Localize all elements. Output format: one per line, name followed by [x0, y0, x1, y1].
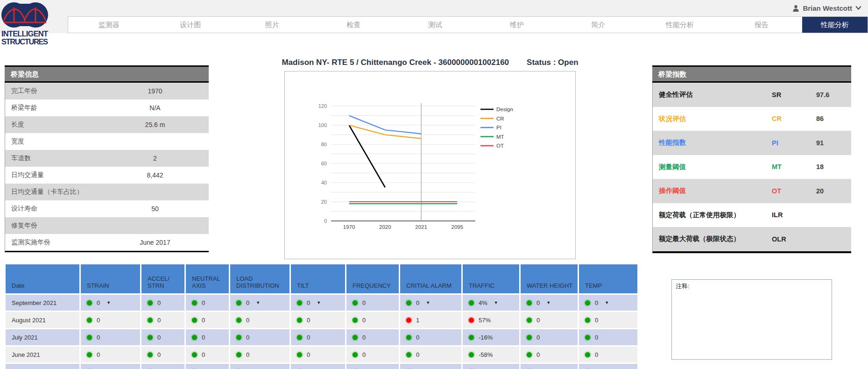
metric-cell: 0 — [186, 295, 229, 311]
index-label: 操作阈值 — [653, 186, 772, 195]
tab-4[interactable]: 检查 — [313, 17, 395, 33]
column-header-10[interactable]: WATER HEIGHT — [521, 264, 578, 293]
bridge-status: Status : Open — [527, 58, 579, 67]
status-dot-icon — [297, 335, 302, 340]
status-dot-icon — [236, 318, 241, 323]
status-dot-icon — [527, 352, 532, 357]
table-row: May 20210000000104%00 — [6, 364, 639, 369]
column-header-5[interactable]: LOAD DISTRIBUTION — [230, 264, 289, 293]
date-cell: August 2021 — [6, 312, 79, 328]
status-dot-icon — [87, 335, 92, 340]
metric-cell: 0 — [400, 329, 461, 345]
column-header-4[interactable]: NEUTRAL AXIS — [186, 264, 229, 293]
bridge-index-panel: 桥梁指数 健全性评估SR97.6状况评估CR86性能指数PI91测量阈值MT18… — [652, 65, 851, 253]
index-row: 额定最大荷载（极限状态）OLR — [653, 227, 851, 251]
metric-cell: 0▼ — [81, 295, 140, 311]
column-header-6[interactable]: TILT — [291, 264, 345, 293]
metric-cell: 0 — [579, 312, 637, 328]
tab-5[interactable]: 测试 — [395, 17, 476, 33]
bridge-index-rows: 健全性评估SR97.6状况评估CR86性能指数PI91测量阈值MT18操作阈值O… — [652, 83, 851, 253]
chevron-down-icon — [855, 6, 861, 10]
metric-value: -58% — [479, 351, 493, 358]
metric-value: 0 — [536, 299, 540, 306]
chart-label: 20 — [321, 199, 327, 205]
metric-cell: 0 — [141, 312, 184, 328]
metric-cell: 0 — [346, 329, 399, 345]
index-label: 测量阈值 — [653, 163, 772, 171]
info-row: 修复年份 — [5, 217, 209, 234]
dropdown-caret-icon[interactable]: ▼ — [605, 300, 609, 305]
dropdown-caret-icon[interactable]: ▼ — [106, 300, 111, 305]
metric-cell: 0 — [521, 347, 578, 362]
info-label: 桥梁年龄 — [5, 104, 120, 112]
info-value: 25.6 m — [120, 121, 190, 128]
dropdown-caret-icon[interactable]: ▼ — [546, 300, 550, 305]
status-dot-icon — [353, 318, 358, 323]
dropdown-caret-icon[interactable]: ▼ — [494, 300, 498, 305]
metric-cell: 0 — [291, 329, 345, 345]
index-code: ILR — [772, 211, 816, 219]
notes-input[interactable]: 注释: — [671, 279, 832, 360]
main-nav: 监测器设计图照片检查测试维护简介性能分析报告 性能分析 — [68, 16, 868, 33]
metric-value: 0 — [157, 351, 161, 358]
metric-cell: 0 — [579, 329, 637, 345]
metric-cell: 0 — [230, 364, 289, 369]
performance-analysis-page: INTELLIGENT STRUCTURES Brian Westcott 监测… — [0, 0, 868, 369]
bridge-index-title: 桥梁指数 — [652, 65, 851, 83]
tab-2[interactable]: 设计图 — [150, 17, 232, 33]
chart-title: Madison NY- RTE 5 / Chittenango Creek - … — [284, 58, 576, 67]
status-dot-icon — [469, 318, 474, 323]
tab-6[interactable]: 维护 — [476, 17, 557, 33]
info-value: 1970 — [120, 87, 190, 95]
chart-label: 80 — [321, 142, 327, 147]
tab-performance-analysis-active[interactable]: 性能分析 — [802, 17, 868, 33]
metric-cell: 0 — [291, 312, 345, 328]
info-label: 设计寿命 — [5, 205, 120, 213]
status-dot-icon — [353, 300, 358, 305]
metric-cell: 0 — [230, 329, 289, 345]
status-dot-icon — [192, 352, 197, 357]
tab-9[interactable]: 报告 — [720, 17, 802, 33]
date-cell: September 2021 — [6, 295, 79, 311]
metric-value: 0 — [416, 351, 419, 358]
info-value: 8,442 — [120, 171, 190, 179]
metric-cell: 0 — [186, 329, 229, 345]
info-row: 监测实施年份June 2017 — [5, 234, 209, 251]
column-header-9[interactable]: TRAFFIC — [463, 264, 519, 293]
info-value: 2 — [120, 155, 190, 162]
metric-value: 0 — [157, 334, 161, 341]
date-cell: July 2021 — [6, 329, 79, 345]
index-row: 额定荷载（正常使用极限）ILR — [653, 203, 851, 227]
tab-8[interactable]: 性能分析 — [639, 17, 721, 33]
status-dot-icon — [585, 318, 590, 323]
chart-canvas: 0204060801001201970202020212095DesignCRP… — [285, 71, 575, 259]
metric-value: 0 — [595, 317, 598, 324]
status-dot-icon — [585, 300, 590, 305]
dropdown-caret-icon[interactable]: ▼ — [317, 300, 321, 305]
metric-value: 0 — [97, 299, 100, 306]
metric-cell: 0 — [400, 364, 461, 369]
metric-cell: 0 — [141, 329, 184, 345]
dropdown-caret-icon[interactable]: ▼ — [256, 300, 260, 305]
column-header-7[interactable]: FREQUENCY — [346, 264, 399, 293]
metric-value: 0 — [307, 334, 310, 341]
column-header-11[interactable]: TEMP — [579, 264, 637, 293]
status-dot-icon — [527, 335, 532, 340]
index-code: OT — [772, 187, 816, 195]
user-menu[interactable]: Brian Westcott — [792, 2, 861, 14]
intelligent-structures-logo[interactable]: INTELLIGENT STRUCTURES — [1, 1, 49, 46]
metric-cell: 0 — [81, 329, 140, 345]
metric-cell: 0 — [521, 329, 578, 345]
column-header-3[interactable]: ACCEL/ STRN — [141, 264, 184, 293]
tab-7[interactable]: 简介 — [557, 17, 639, 33]
chart-label: 2020 — [379, 224, 391, 230]
column-header-8[interactable]: CRITIAL ALARM — [400, 264, 461, 293]
index-value: 20 — [816, 187, 851, 195]
column-header-2[interactable]: STRAIN — [81, 264, 140, 293]
tab-1[interactable]: 监测器 — [68, 17, 150, 33]
column-header-1[interactable]: Date — [6, 264, 79, 293]
bridge-info-panel: 桥梁信息 完工年份1970桥梁年龄N/A长度25.6 m宽度车道数2日均交通量8… — [5, 65, 209, 252]
tab-3[interactable]: 照片 — [231, 17, 313, 33]
info-row: 日均交通量8,442 — [5, 167, 209, 184]
dropdown-caret-icon[interactable]: ▼ — [426, 300, 430, 305]
